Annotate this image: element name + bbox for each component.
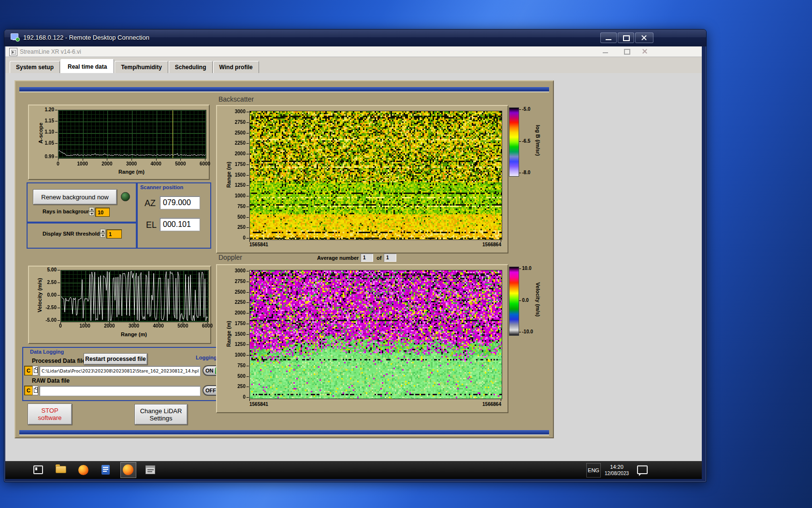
tick-label: 0.99 <box>33 154 54 159</box>
tick-label: 6000 <box>195 161 215 166</box>
tick-mark <box>246 282 249 282</box>
tick-mark <box>55 143 58 144</box>
tick-label: 250 <box>219 224 246 230</box>
minimize-button[interactable] <box>600 32 617 43</box>
logging-label: Logging <box>196 355 217 360</box>
tick-label: 2.50 <box>35 280 57 285</box>
tick-label: 2750 <box>219 120 246 125</box>
tick-mark <box>246 227 249 228</box>
tick-mark <box>180 159 181 161</box>
clock-date[interactable]: 12/08/2023 <box>601 471 632 476</box>
tick-label: 2750 <box>219 279 246 284</box>
tick-mark <box>249 240 250 242</box>
scan-scheduler-icon[interactable] <box>143 463 158 477</box>
doppler-heatmap <box>249 270 502 399</box>
tick-label: 1000 <box>219 193 246 198</box>
tick-mark <box>131 159 132 161</box>
task-view-icon[interactable] <box>31 463 45 477</box>
tick-label: 1750 <box>219 321 246 326</box>
firefox-icon[interactable] <box>121 463 135 477</box>
tick-label: 0 <box>219 235 246 240</box>
editor-icon[interactable] <box>98 463 113 477</box>
snr-spinner[interactable] <box>100 229 105 238</box>
computer-icon <box>11 33 19 41</box>
close-button[interactable] <box>635 32 653 43</box>
el-label: EL <box>146 220 157 230</box>
app-title: StreamLine XR v14-6.vi <box>20 48 81 55</box>
tick-mark <box>246 122 249 123</box>
snr-value-field[interactable]: 1 <box>106 229 122 239</box>
app-close-icon[interactable] <box>642 49 648 54</box>
processed-data-file-label: Processed Data file <box>32 358 86 364</box>
of-label: of <box>377 255 381 261</box>
processed-path-field[interactable]: C:\Lidar\Data\Proc\2023\202308\20230812\… <box>39 366 201 376</box>
change-lidar-settings-button[interactable]: Change LiDARSettings <box>134 404 188 425</box>
tick-mark <box>501 240 501 242</box>
tick-mark <box>246 164 249 165</box>
tick-label: -5.00 <box>35 317 57 323</box>
tick-label: 1.05 <box>33 140 54 146</box>
tick-label: 1565841 <box>249 242 293 247</box>
tab-scheduling[interactable]: Scheduling <box>169 61 213 73</box>
tick-label: -8.0 <box>522 170 538 175</box>
tick-mark <box>246 324 249 324</box>
firefox-icon[interactable] <box>76 463 90 477</box>
path-drive-box[interactable]: C <box>24 366 33 375</box>
tick-label: 750 <box>219 204 246 209</box>
clock-time[interactable]: 14:20 <box>603 464 630 470</box>
tick-mark <box>55 157 58 157</box>
tick-label: 1500 <box>219 172 246 178</box>
tick-mark <box>519 269 521 269</box>
tick-mark <box>246 355 249 356</box>
tick-label: 500 <box>219 374 246 379</box>
rays-value-field[interactable]: 10 <box>95 208 110 217</box>
average-number-field[interactable]: 1 <box>361 254 373 262</box>
tick-mark <box>55 110 58 110</box>
stop-software-button[interactable]: STOPsoftware <box>28 403 72 425</box>
tick-label: 2250 <box>219 299 246 305</box>
tick-label: 2000 <box>219 151 246 156</box>
tab-strip: System setupReal time dataTemp/humidityS… <box>5 57 702 73</box>
tick-mark <box>58 159 58 161</box>
tick-mark <box>246 334 249 335</box>
rays-spinner[interactable] <box>89 207 94 216</box>
tick-label: 1565841 <box>249 402 293 407</box>
path-drive-box[interactable]: C <box>24 386 33 395</box>
backscatter-colorbar <box>509 107 519 177</box>
tick-label: 5.00 <box>35 267 57 272</box>
tick-label: 0 <box>48 161 68 166</box>
browse-file-icon[interactable] <box>32 386 38 395</box>
velocity-x-axis-label: Range (m) <box>95 331 173 337</box>
browse-file-icon[interactable] <box>32 366 38 375</box>
app-minimize-icon[interactable] <box>603 52 608 53</box>
average-number-label: Average number <box>317 255 359 261</box>
tab-temp-humidity[interactable]: Temp/humidity <box>115 61 168 73</box>
tick-label: 250 <box>219 384 246 389</box>
tick-label: 10.0 <box>522 266 538 271</box>
app-titlebar[interactable] <box>5 46 702 57</box>
tick-mark <box>83 159 83 161</box>
tick-mark <box>58 308 60 308</box>
folder-icon[interactable] <box>54 463 68 477</box>
tick-mark <box>249 399 250 401</box>
velocity-plot <box>60 270 209 322</box>
renew-background-button[interactable]: Renew background now <box>33 189 117 205</box>
tick-mark <box>55 121 58 121</box>
tick-mark <box>246 344 249 345</box>
tick-label: 2000 <box>97 161 116 166</box>
action-center-icon[interactable] <box>637 465 648 474</box>
el-value-field[interactable]: 000.101 <box>160 218 200 231</box>
tick-label: 1000 <box>219 352 246 358</box>
az-value-field[interactable]: 079.000 <box>160 196 200 209</box>
raw-path-field[interactable] <box>39 386 201 396</box>
tab-wind-profile[interactable]: Wind profile <box>213 61 259 73</box>
tab-system-setup[interactable]: System setup <box>10 61 60 73</box>
of-count-field[interactable]: 1 <box>384 254 396 262</box>
led-indicator <box>121 192 130 201</box>
maximize-button[interactable] <box>618 32 634 43</box>
app-maximize-icon[interactable] <box>624 49 630 55</box>
restart-processed-file-button[interactable]: Restart processed file <box>84 353 147 365</box>
tab-real-time-data[interactable]: Real time data <box>60 59 114 73</box>
tick-mark <box>246 302 249 303</box>
language-indicator[interactable]: ENG <box>586 463 601 478</box>
